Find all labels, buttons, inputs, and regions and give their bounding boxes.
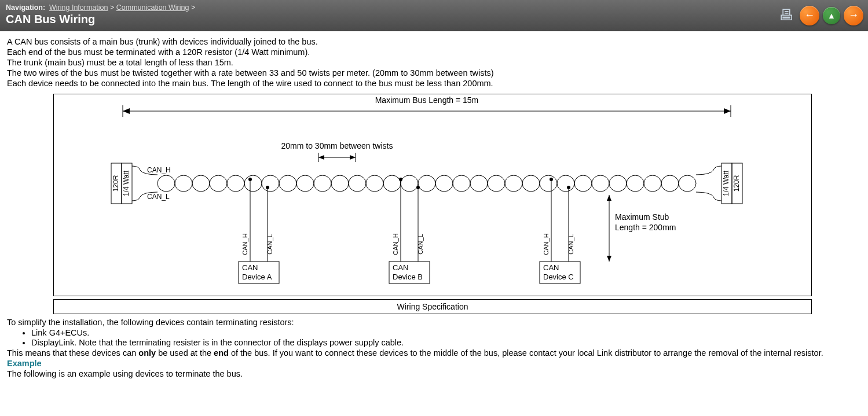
svg-point-23 xyxy=(296,175,314,192)
svg-point-30 xyxy=(418,175,435,192)
nav-up-button[interactable]: ▲ xyxy=(823,7,840,24)
svg-point-45 xyxy=(679,175,696,192)
svg-point-32 xyxy=(453,175,470,192)
header-toolbar: 🖶 ← ▲ → xyxy=(779,6,863,25)
svg-point-25 xyxy=(331,175,349,192)
intro-line: Each end of the bus must be terminated w… xyxy=(7,47,861,57)
left-terminator: 120R 1/4 Watt xyxy=(111,163,132,204)
svg-point-26 xyxy=(349,175,366,192)
svg-point-16 xyxy=(175,175,192,192)
twisted-pair xyxy=(158,175,696,192)
svg-point-20 xyxy=(244,175,262,192)
can-h-label: CAN_H xyxy=(147,166,171,174)
svg-marker-63 xyxy=(607,256,611,262)
breadcrumb: Navigation: Wiring Information > Communi… xyxy=(6,3,862,12)
right-terminator: 1/4 Watt 120R xyxy=(721,163,742,204)
print-icon[interactable]: 🖶 xyxy=(779,6,794,24)
svg-point-34 xyxy=(488,175,505,192)
breadcrumb-label: Navigation: xyxy=(6,3,45,12)
svg-point-28 xyxy=(383,175,401,192)
svg-point-41 xyxy=(609,175,627,192)
stub-can-l: CAN_L xyxy=(266,234,273,254)
page-header: Navigation: Wiring Information > Communi… xyxy=(0,0,868,31)
breadcrumb-link-1[interactable]: Communication Wiring xyxy=(116,3,189,12)
stub-can-h: CAN_H xyxy=(392,233,399,255)
arrow-left-icon: ← xyxy=(804,9,815,21)
svg-marker-9 xyxy=(318,155,324,160)
svg-point-42 xyxy=(627,175,644,192)
simplify-line: To simplify the installation, the follow… xyxy=(7,318,861,327)
breadcrumb-link-0[interactable]: Wiring Information xyxy=(49,3,108,12)
twist-spacing-dimension: 20mm to 30mm between twists xyxy=(281,141,393,162)
svg-point-24 xyxy=(314,175,331,192)
twist-spacing-label: 20mm to 30mm between twists xyxy=(281,141,393,150)
means-line: This means that these devices can only b… xyxy=(7,348,861,358)
svg-point-35 xyxy=(505,175,522,192)
svg-point-37 xyxy=(540,175,557,192)
can-device-c: CAN_H CAN_L CAN Device C xyxy=(540,178,580,284)
device-name: Device A xyxy=(242,273,272,281)
page-title: CAN Bus Wiring xyxy=(6,13,862,26)
svg-point-15 xyxy=(158,175,175,192)
terminating-devices-list: Link G4+ECUs. DisplayLink. Note that the… xyxy=(21,328,861,347)
intro-line: Each device needs to be connected into t… xyxy=(7,79,861,88)
device-label: CAN xyxy=(242,263,258,272)
svg-point-27 xyxy=(366,175,383,192)
svg-point-39 xyxy=(574,175,592,192)
nav-forward-button[interactable]: → xyxy=(844,6,863,25)
svg-marker-3 xyxy=(123,108,130,114)
svg-point-29 xyxy=(401,175,418,192)
svg-point-21 xyxy=(262,175,279,192)
svg-point-19 xyxy=(227,175,244,192)
stub-can-h: CAN_H xyxy=(543,233,550,255)
intro-line: A CAN bus consists of a main bus (trunk)… xyxy=(7,37,861,46)
device-name: Device B xyxy=(393,273,423,281)
can-device-a: CAN_H CAN_L CAN Device A xyxy=(239,178,279,284)
can-l-label: CAN_L xyxy=(147,193,170,201)
nav-back-button[interactable]: ← xyxy=(800,6,819,25)
resistor-watt: 1/4 Watt xyxy=(722,170,730,196)
svg-marker-62 xyxy=(607,195,611,201)
stub-can-l: CAN_L xyxy=(417,234,424,254)
device-label: CAN xyxy=(393,263,408,272)
resistor-value: 120R xyxy=(733,175,741,192)
svg-point-33 xyxy=(470,175,488,192)
stub-length-label-1: Maximum Stub xyxy=(615,212,669,222)
example-heading: Example xyxy=(7,359,861,368)
wiring-diagram: Maximum Bus Length = 15m 20mm to 30mm be… xyxy=(53,94,861,298)
svg-point-40 xyxy=(592,175,609,192)
can-device-b: CAN_H CAN_L CAN Device B xyxy=(389,178,430,284)
svg-point-38 xyxy=(557,175,574,192)
content-area: A CAN bus consists of a main bus (trunk)… xyxy=(0,31,868,386)
list-item: Link G4+ECUs. xyxy=(31,328,861,337)
stub-can-l: CAN_L xyxy=(567,234,574,254)
svg-point-43 xyxy=(644,175,661,192)
svg-point-22 xyxy=(279,175,296,192)
bus-length-label: Maximum Bus Length = 15m xyxy=(375,95,479,105)
svg-point-36 xyxy=(522,175,540,192)
svg-marker-10 xyxy=(350,155,356,160)
svg-marker-5 xyxy=(724,108,731,114)
device-label: CAN xyxy=(543,263,559,272)
svg-point-18 xyxy=(210,175,227,192)
stub-can-h: CAN_H xyxy=(241,233,248,255)
stub-length-dimension: Maximum Stub Length = 200mm xyxy=(607,195,676,262)
breadcrumb-sep: > xyxy=(191,3,195,12)
svg-point-44 xyxy=(661,175,679,192)
svg-point-31 xyxy=(435,175,453,192)
intro-text: A CAN bus consists of a main bus (trunk)… xyxy=(7,37,861,88)
list-item: DisplayLink. Note that the terminating r… xyxy=(31,338,861,347)
resistor-value: 120R xyxy=(112,175,120,192)
intro-line: The trunk (main bus) must be a total len… xyxy=(7,58,861,67)
post-diagram-text: To simplify the installation, the follow… xyxy=(7,318,861,378)
breadcrumb-sep: > xyxy=(110,3,114,12)
stub-length-label-2: Length = 200mm xyxy=(615,223,676,232)
example-line: The following is an example using device… xyxy=(7,369,861,378)
svg-point-17 xyxy=(192,175,210,192)
diagram-caption-row: Wiring Specification xyxy=(53,299,812,314)
arrow-right-icon: → xyxy=(848,9,859,21)
device-name: Device C xyxy=(543,273,574,281)
bus-length-dimension: Maximum Bus Length = 15m xyxy=(123,95,731,117)
diagram-caption: Wiring Specification xyxy=(53,299,812,314)
arrow-up-icon: ▲ xyxy=(827,11,836,20)
